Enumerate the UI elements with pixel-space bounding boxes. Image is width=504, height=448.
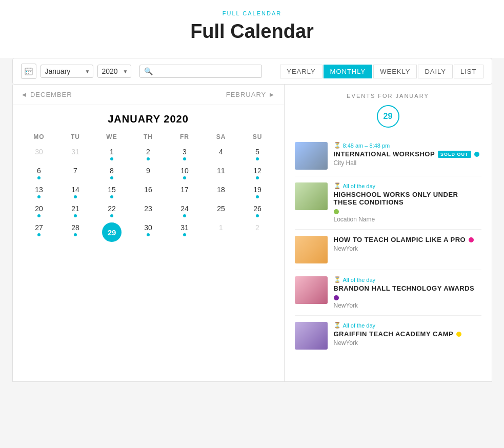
dow-tu: TU [57,129,94,145]
calendar-day[interactable]: 1 [203,220,239,244]
page-title: Full Calendar [0,21,504,43]
event-dot [334,295,339,300]
calendar-day[interactable]: 24 [167,201,203,220]
event-title-row: GRAIFFIN TEACH ACADEMY CAMP [334,330,481,338]
breadcrumb: FULL CALENDAR [0,10,504,16]
calendar-day[interactable]: 5 [239,145,276,164]
event-location: NewYork [334,339,481,347]
event-title: HOW TO TEACH OLAMPIC LIKE A PRO [334,236,466,243]
calendar-day[interactable]: 11 [203,164,239,182]
event-time: ⏳ All of the day [334,276,481,283]
event-location: NewYork [334,245,481,252]
sold-out-badge: SOLD OUT [438,151,471,158]
event-item[interactable]: ⏳ All of the day BRANDON HALL TECHNOLOGY… [295,270,481,316]
calendar-day[interactable]: 19 [239,182,276,201]
calendar-icon [25,67,33,75]
calendar-day[interactable]: 22 [94,201,130,220]
calendar-day[interactable]: 23 [130,201,167,220]
dow-sa: SA [203,129,239,145]
calendar-day[interactable]: 21 [57,201,94,220]
calendar-day[interactable]: 4 [203,145,239,164]
month-select[interactable]: January February March April May June Ju… [41,65,93,78]
calendar-day[interactable]: 30 [21,145,57,164]
event-item[interactable]: HOW TO TEACH OLAMPIC LIKE A PRO NewYork [295,230,481,270]
event-time: ⏳ 8:48 am – 8:48 pm [334,142,481,149]
calendar-day[interactable]: 26 [239,201,276,220]
year-select[interactable]: 2020 2021 2019 [97,65,131,78]
svg-rect-7 [26,73,27,74]
event-item[interactable]: ⏳ All of the day HIGHSCHOOL WORKS ONLY U… [295,176,481,230]
event-dot [334,209,339,214]
search-wrapper: 🔍 [139,65,262,78]
toolbar-right: YEARLY MONTHLY WEEKLY DAILY LIST [280,65,483,78]
events-panel: EVENTS FOR JANUARY 29 ⏳ 8:48 am – 8:48 p… [285,85,492,381]
calendar-day[interactable]: 12 [239,164,276,182]
event-thumbnail [295,182,328,210]
svg-rect-6 [30,71,31,72]
calendar-day[interactable]: 30 [130,220,167,244]
calendar-day[interactable]: 17 [167,182,203,201]
calendar-day[interactable]: 6 [21,164,57,182]
view-daily-button[interactable]: DAILY [418,65,453,78]
calendar-day[interactable]: 16 [130,182,167,201]
calendar-day[interactable]: 10 [167,164,203,182]
calendar-day[interactable]: 7 [57,164,94,182]
calendar-nav: ◄ DECEMBER FEBRUARY ► [13,85,284,105]
calendar-day[interactable]: 8 [94,164,130,182]
event-time: ⏳ All of the day [334,322,481,329]
dow-th: TH [130,129,167,145]
prev-month-button[interactable]: ◄ DECEMBER [21,91,72,98]
dow-su: SU [239,129,276,145]
event-location: Location Name [334,216,481,223]
calendar-days-grid: 3031123456789101112131415161718192021222… [13,145,284,244]
event-item[interactable]: ⏳ All of the day GRAIFFIN TEACH ACADEMY … [295,316,481,356]
calendar-day[interactable]: 29 [102,222,122,242]
calendar-day[interactable]: 20 [21,201,57,220]
calendar-day[interactable]: 9 [130,164,167,182]
view-monthly-button[interactable]: MONTHLY [324,65,373,78]
next-month-button[interactable]: FEBRUARY ► [226,91,276,98]
event-dot [469,237,474,242]
toolbar: January February March April May June Ju… [12,58,492,85]
calendar-left: ◄ DECEMBER FEBRUARY ► JANUARY 2020 MO TU… [13,85,285,381]
search-input[interactable] [155,67,257,75]
view-weekly-button[interactable]: WEEKLY [373,65,417,78]
view-yearly-button[interactable]: YEARLY [280,65,322,78]
event-thumbnail [295,276,328,304]
month-select-wrapper: January February March April May June Ju… [41,65,93,78]
calendar-day[interactable]: 14 [57,182,94,201]
calendar-day[interactable]: 15 [94,182,130,201]
calendar-icon-button[interactable] [21,64,36,79]
clock-icon: ⏳ [334,142,341,149]
calendar-day[interactable]: 28 [57,220,94,244]
event-title-row: BRANDON HALL TECHNOLOGY AWARDS [334,284,481,300]
event-thumbnail [295,236,328,263]
search-icon: 🔍 [144,67,153,75]
event-title-row: INTERNATIONAL WORKSHOP SOLD OUT [334,150,481,158]
svg-rect-8 [28,73,29,74]
calendar-day[interactable]: 18 [203,182,239,201]
calendar-day[interactable]: 2 [130,145,167,164]
calendar-day[interactable]: 3 [167,145,203,164]
view-list-button[interactable]: LIST [454,65,483,78]
dow-we: WE [94,129,130,145]
toolbar-left: January February March April May June Ju… [21,64,280,79]
calendar-day[interactable]: 2 [239,220,276,244]
event-thumbnail [295,142,328,170]
dow-mo: MO [21,129,57,145]
calendar-day[interactable]: 27 [21,220,57,244]
calendar-title: JANUARY 2020 [13,105,284,129]
calendar-day[interactable]: 13 [21,182,57,201]
year-select-wrapper: 2020 2021 2019 ▼ [97,65,131,78]
event-item[interactable]: ⏳ 8:48 am – 8:48 pm INTERNATIONAL WORKSH… [295,136,481,176]
page-header: FULL CALENDAR Full Calendar [0,0,504,58]
event-location: City Hall [334,159,481,167]
days-of-week-row: MO TU WE TH FR SA SU [13,129,284,145]
calendar-day[interactable]: 25 [203,201,239,220]
event-info: ⏳ 8:48 am – 8:48 pm INTERNATIONAL WORKSH… [334,142,481,167]
calendar-day[interactable]: 1 [94,145,130,164]
dow-fr: FR [167,129,203,145]
calendar-day[interactable]: 31 [57,145,94,164]
calendar-day[interactable]: 31 [167,220,203,244]
events-header: EVENTS FOR JANUARY [295,93,481,99]
